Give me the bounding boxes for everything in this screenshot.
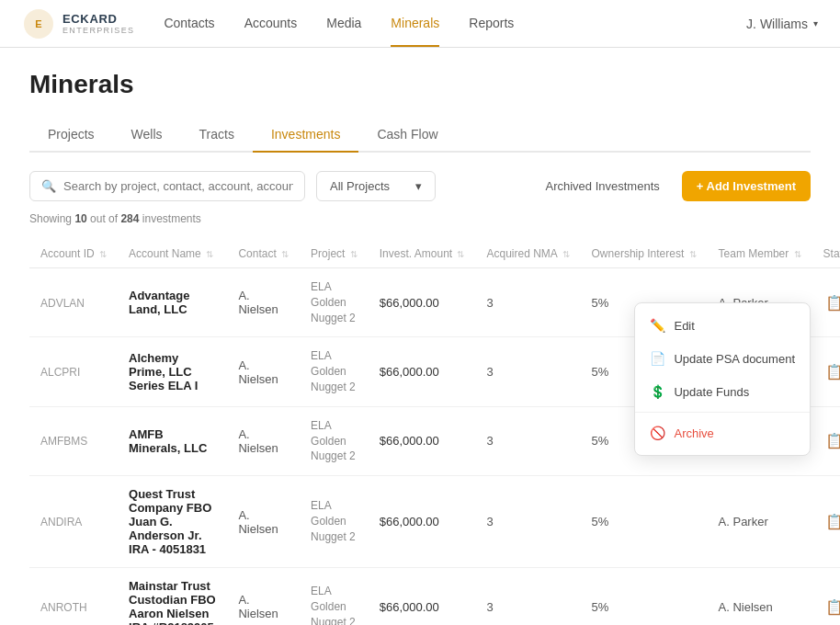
context-menu: ✏️ Edit 📄 Update PSA document 💲 Update F… xyxy=(634,302,811,456)
user-menu[interactable]: J. Williams ▾ xyxy=(746,17,818,31)
cell-project: ELA Golden Nugget 2 xyxy=(300,476,369,568)
nav-media[interactable]: Media xyxy=(326,1,361,47)
menu-psa-label: Update PSA document xyxy=(674,352,795,366)
toolbar: 🔍 All Projects ▾ Archived Investments + … xyxy=(29,171,811,201)
cell-account-name: Mainstar Trust Custodian FBO Aaron Niels… xyxy=(118,568,227,625)
cell-nma: 3 xyxy=(475,568,580,625)
cell-contact: A. Nielsen xyxy=(227,568,300,625)
investments-table-wrap: Account ID ⇅ Account Name ⇅ Contact ⇅ Pr… xyxy=(29,240,811,625)
cell-actions: 📋 $ ··· xyxy=(812,268,840,337)
archive-icon: 🚫 xyxy=(650,426,664,440)
cell-project: ELA Golden Nugget 2 xyxy=(300,268,369,337)
page-title: Minerals xyxy=(29,70,811,99)
nav-links: Contacts Accounts Media Minerals Reports xyxy=(164,1,746,47)
menu-item-update-psa[interactable]: 📄 Update PSA document xyxy=(635,342,810,375)
brand-name: ECKARD xyxy=(62,12,134,27)
archived-investments-button[interactable]: Archived Investments xyxy=(534,172,670,200)
cell-account-id: ANROTH xyxy=(29,568,118,625)
cell-account-name: Quest Trust Company FBO Juan G. Anderson… xyxy=(118,476,227,568)
menu-archive-label: Archive xyxy=(674,426,713,440)
cell-amount: $66,000.00 xyxy=(369,406,476,475)
cell-account-id: ALCPRI xyxy=(29,337,118,406)
cell-account-id: ADVLAN xyxy=(29,268,118,337)
cell-account-id: AMFBMS xyxy=(29,406,118,475)
col-account-id: Account ID ⇅ xyxy=(29,240,118,268)
logo: E ECKARD ENTERPRISES xyxy=(22,7,134,40)
cell-contact: A. Nielsen xyxy=(227,406,300,475)
tab-tracts[interactable]: Tracts xyxy=(181,118,253,153)
cell-team: A. Nielsen xyxy=(708,568,812,625)
svg-text:E: E xyxy=(35,18,41,29)
cell-contact: A. Nielsen xyxy=(227,268,300,337)
menu-edit-label: Edit xyxy=(674,319,694,333)
add-investment-button[interactable]: + Add Investment xyxy=(682,171,811,201)
menu-item-edit[interactable]: ✏️ Edit xyxy=(635,309,810,342)
cell-actions: 📋 $ ··· xyxy=(812,337,840,406)
user-chevron-icon: ▾ xyxy=(813,18,818,28)
nav-contacts[interactable]: Contacts xyxy=(164,1,214,47)
menu-item-update-funds[interactable]: 💲 Update Funds xyxy=(635,375,810,408)
cell-contact: A. Nielsen xyxy=(227,337,300,406)
count-total: 284 xyxy=(120,212,139,225)
cell-team: A. Parker xyxy=(708,476,812,568)
cell-ownership: 5% xyxy=(581,568,708,625)
nav-reports[interactable]: Reports xyxy=(469,1,514,47)
menu-funds-label: Update Funds xyxy=(674,385,749,399)
tab-cashflow[interactable]: Cash Flow xyxy=(358,118,456,153)
cell-actions: 📋 $ ··· xyxy=(812,568,840,625)
cell-actions: 📋 $ ··· xyxy=(812,476,840,568)
sort-icon: ⇅ xyxy=(562,249,570,259)
search-icon: 🔍 xyxy=(41,179,56,193)
nav-minerals[interactable]: Minerals xyxy=(391,1,439,47)
project-filter-label: All Projects xyxy=(330,179,390,193)
tab-wells[interactable]: Wells xyxy=(113,118,181,153)
col-team-member: Team Member ⇅ xyxy=(708,240,812,268)
cell-actions: 📋 $ ··· xyxy=(812,406,840,475)
cell-contact: A. Nielsen xyxy=(227,476,300,568)
cell-amount: $66,000.00 xyxy=(369,568,476,625)
document-icon[interactable]: 📋 xyxy=(823,430,840,451)
menu-divider xyxy=(635,412,810,413)
cell-project: ELA Golden Nugget 2 xyxy=(300,337,369,406)
project-filter-dropdown[interactable]: All Projects ▾ xyxy=(316,171,436,201)
cell-project: ELA Golden Nugget 2 xyxy=(300,406,369,475)
table-row: ANDIRA Quest Trust Company FBO Juan G. A… xyxy=(29,476,840,568)
document-icon: 📋 xyxy=(823,361,840,382)
document-icon[interactable]: 📋 xyxy=(823,511,840,532)
table-header-row: Account ID ⇅ Account Name ⇅ Contact ⇅ Pr… xyxy=(29,240,840,268)
count-label: investments xyxy=(142,212,201,225)
cell-amount: $66,000.00 xyxy=(369,337,476,406)
brand-subtitle: ENTERPRISES xyxy=(62,26,134,35)
cell-nma: 3 xyxy=(475,476,580,568)
col-status: Status ⇅ xyxy=(812,240,840,268)
tab-investments[interactable]: Investments xyxy=(253,118,358,153)
cell-account-name: Alchemy Prime, LLC Series ELA I xyxy=(118,337,227,406)
col-contact: Contact ⇅ xyxy=(227,240,300,268)
sort-icon: ⇅ xyxy=(350,249,358,259)
sort-icon: ⇅ xyxy=(206,249,213,259)
document-icon[interactable]: 📋 xyxy=(823,597,840,618)
document-icon: 📄 xyxy=(650,351,664,366)
cell-account-name: Advantage Land, LLC xyxy=(118,268,227,337)
table-row: ANROTH Mainstar Trust Custodian FBO Aaro… xyxy=(29,568,840,625)
nav-accounts[interactable]: Accounts xyxy=(244,1,298,47)
cell-project: ELA Golden Nugget 2 xyxy=(300,568,369,625)
cell-amount: $66,000.00 xyxy=(369,268,476,337)
sort-icon: ⇅ xyxy=(457,249,464,259)
count-showing: 10 xyxy=(74,212,86,225)
edit-icon: ✏️ xyxy=(650,318,664,333)
page-content: Minerals Projects Wells Tracts Investmen… xyxy=(0,48,840,625)
sort-icon: ⇅ xyxy=(281,249,289,259)
col-invest-amount: Invest. Amount ⇅ xyxy=(369,240,476,268)
sort-icon: ⇅ xyxy=(99,249,107,259)
col-ownership: Ownership Interest ⇅ xyxy=(581,240,708,268)
tab-bar: Projects Wells Tracts Investments Cash F… xyxy=(29,118,811,153)
col-account-name: Account Name ⇅ xyxy=(118,240,227,268)
cell-nma: 3 xyxy=(475,268,580,337)
tab-projects[interactable]: Projects xyxy=(29,118,113,153)
cell-account-id: ANDIRA xyxy=(29,476,118,568)
search-input[interactable] xyxy=(63,179,293,193)
document-icon[interactable]: 📋 xyxy=(823,292,840,313)
col-acquired-nma: Acquired NMA ⇅ xyxy=(475,240,580,268)
menu-item-archive[interactable]: 🚫 Archive xyxy=(635,416,810,449)
